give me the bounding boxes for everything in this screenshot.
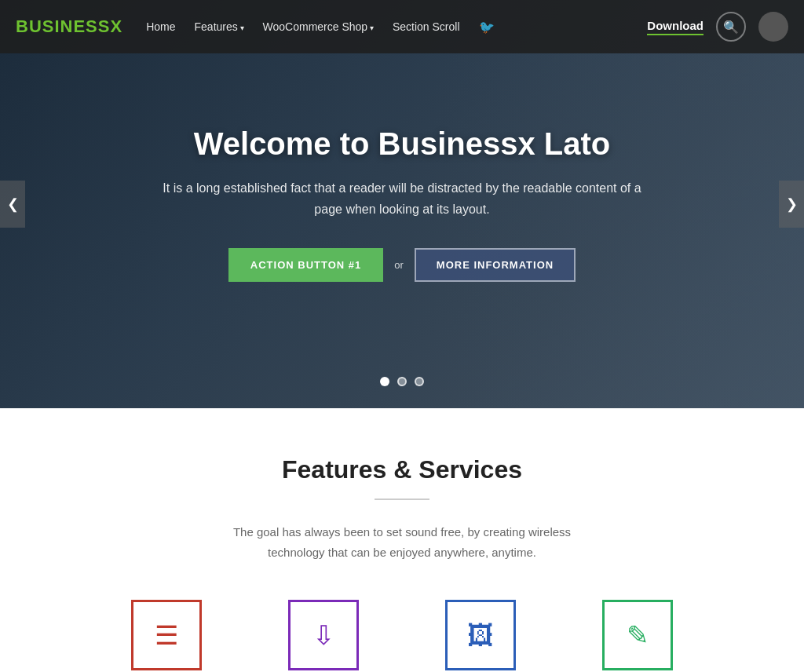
three-burgers-icon-box[interactable]: ☰ bbox=[131, 600, 202, 670]
twitter-icon[interactable]: 🐦 bbox=[479, 20, 495, 35]
download-icon: ⇩ bbox=[312, 619, 334, 651]
or-text: or bbox=[394, 259, 404, 271]
hero-dot-1[interactable] bbox=[380, 377, 389, 386]
hero-subtitle: It is a long established fact that a rea… bbox=[159, 177, 645, 220]
more-info-button[interactable]: MORE INFORMATION bbox=[415, 248, 576, 282]
nav-features[interactable]: Features bbox=[195, 20, 244, 33]
media-element-icon: 🖼 bbox=[467, 620, 494, 651]
hero-content: Welcome to Businessx Lato It is a long e… bbox=[127, 126, 677, 282]
search-icon: 🔍 bbox=[723, 20, 739, 35]
brand-name-accent: X bbox=[110, 16, 122, 36]
brand-name-plain: BUSINESS bbox=[16, 16, 110, 36]
features-grid: ☰ Three Burgers ⇩ Download Icon 🖼 Media … bbox=[31, 600, 773, 672]
navbar: BUSINESSX Home Features WooCommerce Shop… bbox=[0, 0, 804, 53]
user-avatar[interactable] bbox=[758, 12, 788, 42]
brand-logo[interactable]: BUSINESSX bbox=[16, 16, 122, 37]
media-element-icon-box[interactable]: 🖼 bbox=[445, 600, 516, 670]
hero-title: Welcome to Businessx Lato bbox=[159, 126, 645, 162]
hero-dot-2[interactable] bbox=[397, 377, 407, 386]
feature-three-burgers: ☰ Three Burgers bbox=[111, 600, 221, 672]
nav-section-scroll[interactable]: Section Scroll bbox=[393, 20, 460, 33]
nav-home[interactable]: Home bbox=[146, 20, 175, 33]
navbar-right: Download 🔍 bbox=[647, 12, 788, 42]
hero-prev-arrow[interactable]: ❮ bbox=[0, 181, 25, 228]
features-subtitle: The goal has always been to set sound fr… bbox=[214, 522, 590, 562]
features-title: Features & Services bbox=[31, 455, 773, 484]
action-button[interactable]: ACTION BUTTON #1 bbox=[228, 248, 383, 282]
download-icon-box[interactable]: ⇩ bbox=[288, 600, 359, 670]
feature-pick-something: ✎ Pick Something bbox=[583, 600, 693, 672]
pick-something-icon-box[interactable]: ✎ bbox=[602, 600, 673, 670]
feature-media-element: 🖼 Media Element bbox=[426, 600, 535, 672]
features-section: Features & Services The goal has always … bbox=[0, 408, 804, 672]
features-divider bbox=[375, 499, 429, 500]
nav-links: Home Features WooCommerce Shop Section S… bbox=[146, 20, 647, 35]
hero-dot-3[interactable] bbox=[415, 377, 424, 386]
nav-woocommerce[interactable]: WooCommerce Shop bbox=[263, 20, 374, 33]
hero-next-arrow[interactable]: ❯ bbox=[779, 181, 804, 228]
feature-download-icon: ⇩ Download Icon bbox=[269, 600, 378, 672]
hero-section: ❮ ❯ Welcome to Businessx Lato It is a lo… bbox=[0, 0, 804, 408]
search-button[interactable]: 🔍 bbox=[716, 12, 746, 42]
three-burgers-icon: ☰ bbox=[155, 619, 178, 651]
pick-something-icon: ✎ bbox=[627, 619, 649, 651]
download-link[interactable]: Download bbox=[647, 19, 704, 35]
hero-dots bbox=[380, 377, 424, 386]
hero-buttons: ACTION BUTTON #1 or MORE INFORMATION bbox=[159, 248, 645, 282]
